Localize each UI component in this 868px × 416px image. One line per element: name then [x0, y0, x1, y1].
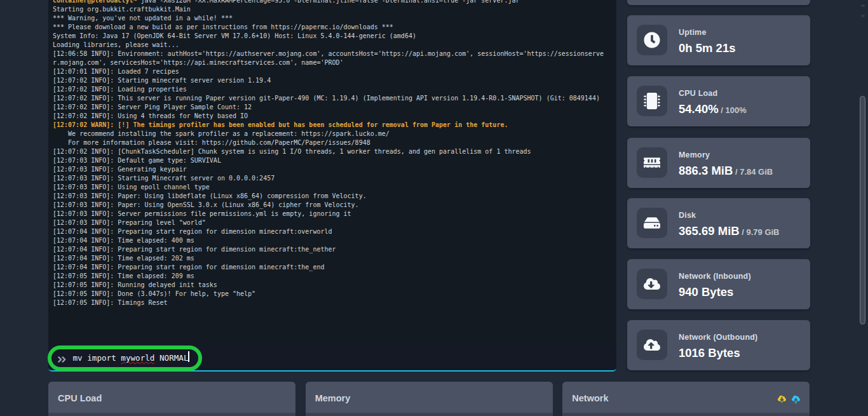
console-line: [12:07:02 INFO]: Using 4 threads for Net…: [53, 112, 615, 121]
console-line: [12:07:03 INFO]: Generating keypair: [53, 165, 615, 174]
stat-label: Network (Outbound): [679, 333, 757, 342]
stat-label: CPU Load: [679, 89, 717, 98]
stat-card-network-inbound: Network (Inbound) 940 Bytes: [627, 259, 810, 309]
console-line: *** Warning, you've not updated in a whi…: [53, 14, 615, 23]
hard-drive-icon: [637, 208, 667, 238]
scrollbar-thumb[interactable]: [860, 96, 865, 325]
chart-title: Network: [572, 393, 608, 403]
chart-header: CPU Load: [48, 382, 295, 413]
console-line: [12:07:05 INFO]: Time elapsed: 209 ms: [53, 272, 615, 281]
console-line: [12:07:03 INFO]: Paper: Using libdeflate…: [53, 192, 615, 201]
stat-value-row: 54.40% / 100%: [679, 102, 747, 116]
console-line: *** Please download a new build as per i…: [53, 23, 615, 32]
console-line: For more information please visit: https…: [53, 138, 615, 147]
stat-limit: / 9.79 GiB: [740, 227, 780, 237]
stat-value: 940 Bytes: [679, 285, 733, 299]
console-line: r.mojang.com', servicesHost='https://api…: [53, 58, 615, 67]
network-inbound-icon: [778, 395, 786, 403]
console-line: [12:07:03 INFO]: Starting Minecraft serv…: [53, 174, 615, 183]
microchip-icon: [637, 86, 667, 116]
network-outbound-icon: [792, 395, 800, 403]
stat-card-disk: Disk 365.69 MiB / 9.79 GiB: [627, 198, 810, 248]
console-line: [12:07:03 INFO]: Preparing level "world": [53, 218, 615, 227]
stat-limit: / 7.84 GiB: [733, 167, 773, 177]
chart-header: Memory: [306, 382, 553, 413]
clock-icon: [637, 25, 667, 55]
stat-card-uptime: Uptime 0h 5m 21s: [627, 15, 810, 65]
stat-value: 0h 5m 21s: [679, 41, 735, 55]
stat-value-row: 940 Bytes: [679, 285, 733, 299]
console-line: [12:07:01 INFO]: Loaded 7 recipes: [53, 67, 615, 76]
chart-title: Memory: [315, 393, 351, 403]
stat-value-row: 886.3 MiB / 7.84 GiB: [679, 164, 773, 178]
click-highlight-annotation: [48, 346, 202, 371]
memory-icon: [637, 147, 667, 178]
console-line: [12:07:02 INFO]: Loading properties: [53, 85, 615, 94]
console-line: [12:07:04 INFO]: Preparing start region …: [53, 263, 615, 272]
stat-value: 886.3 MiB: [679, 164, 733, 177]
console-line: [12:07:04 INFO]: Time elapsed: 202 ms: [53, 254, 615, 263]
stat-label: Uptime: [679, 28, 707, 37]
stat-value-row: 0h 5m 21s: [679, 41, 735, 55]
console-line: [12:07:05 INFO]: Timings Reset: [53, 299, 615, 307]
console-line: [12:07:04 INFO]: Preparing start region …: [53, 245, 615, 254]
console-line: [12:07:05 INFO]: Running delayed init ta…: [53, 281, 615, 290]
console-line: [12:07:02 INFO]: Starting minecraft serv…: [53, 76, 615, 85]
console-line: [12:06:58 INFO]: Environment: authHost='…: [53, 50, 615, 58]
chart-card-cpu: CPU Load: [48, 382, 295, 416]
console-line: Starting org.bukkit.craftbukkit.Main: [53, 5, 615, 14]
console-line: [12:07:04 INFO]: Preparing start region …: [53, 227, 615, 236]
console-line: [12:07:03 INFO]: Using epoll channel typ…: [53, 183, 615, 192]
cloud-upload-icon: [637, 330, 667, 360]
scrollbar-artifact: [861, 4, 865, 7]
stat-limit: / 100%: [719, 105, 747, 115]
console-line: System Info: Java 17 (OpenJDK 64-Bit Ser…: [53, 32, 615, 41]
stat-card-memory: Memory 886.3 MiB / 7.84 GiB: [627, 138, 810, 188]
scrollbar-artifact: [861, 15, 865, 17]
stat-label: Memory: [679, 151, 710, 159]
stat-value: 1016 Bytes: [679, 346, 740, 359]
console-line: [12:07:02 INFO]: This server is running …: [53, 94, 615, 103]
console-line: [12:07:03 INFO]: Default game type: SURV…: [53, 156, 615, 165]
console-line: Loading libraries, please wait...: [53, 41, 615, 50]
stat-label: Network (Inbound): [679, 272, 751, 281]
console-output[interactable]: container@pterodactyl~ java -Xms128M -XX…: [53, 0, 615, 307]
stat-value-row: 365.69 MiB / 9.79 GiB: [679, 224, 780, 238]
console-line-prelude: container@pterodactyl~ java -Xms128M -XX…: [53, 0, 615, 5]
stat-value-row: 1016 Bytes: [679, 346, 740, 360]
console-line: We recommend installing the spark profil…: [53, 130, 615, 138]
server-console: container@pterodactyl~ java -Xms128M -XX…: [48, 0, 616, 372]
chart-header: Network: [562, 382, 810, 413]
stat-value: 365.69 MiB: [679, 224, 740, 238]
console-line: [12:07:03 INFO]: Server permissions file…: [53, 210, 615, 218]
stat-value: 54.40%: [679, 102, 719, 116]
stat-card-network-outbound: Network (Outbound) 1016 Bytes: [627, 320, 810, 370]
chart-card-memory: Memory: [306, 382, 553, 416]
stat-card-partial: [627, 0, 810, 5]
console-line: [12:07:03 INFO]: Paper: Using OpenSSL 3.…: [53, 201, 615, 210]
console-line: [12:07:04 INFO]: Time elapsed: 400 ms: [53, 236, 615, 245]
console-line: [12:07:05 INFO]: Done (3.047s)! For help…: [53, 290, 615, 299]
console-line: [12:07:02 WARN]: [!] The timings profile…: [53, 121, 615, 130]
console-line: [12:07:02 INFO]: Server Ping Player Samp…: [53, 103, 615, 112]
chart-card-network: Network: [562, 382, 810, 416]
console-line: [12:07:02 INFO]: [ChunkTaskScheduler] Ch…: [53, 147, 615, 156]
stat-card-cpu: CPU Load 54.40% / 100%: [627, 76, 810, 126]
chart-legend-icons: [778, 395, 801, 403]
chart-title: CPU Load: [58, 393, 102, 403]
cloud-download-icon: [637, 269, 667, 299]
stat-label: Disk: [679, 211, 696, 220]
